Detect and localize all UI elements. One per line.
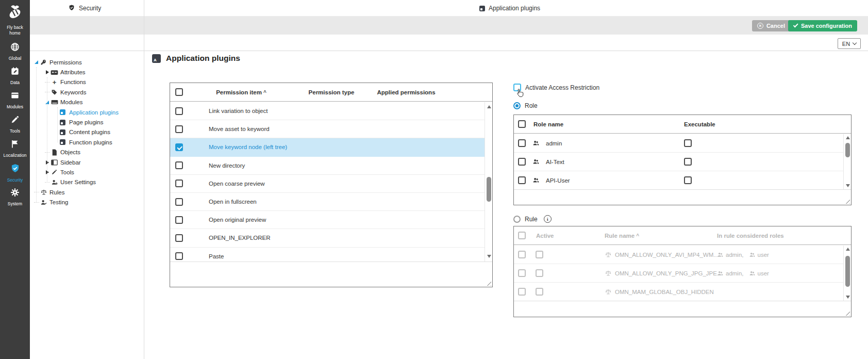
column-role-name[interactable]: Role name [533, 121, 563, 127]
table-row[interactable]: OPEN_IN_EXPLORER [170, 229, 485, 247]
select-all-checkbox[interactable] [175, 88, 183, 96]
table-row[interactable]: Open coarse preview [170, 175, 485, 193]
info-icon[interactable]: i [544, 215, 552, 223]
rail-item-security[interactable]: Security [1, 163, 29, 187]
resize-grip-icon[interactable] [485, 279, 491, 286]
row-checkbox[interactable] [175, 252, 183, 260]
select-all-checkbox[interactable] [518, 120, 526, 128]
active-checkbox[interactable] [536, 288, 543, 296]
page-title-label: Application plugins [166, 54, 240, 63]
home-logo-label: Fly back home [3, 25, 27, 36]
rail-item-modules[interactable]: Modules [1, 90, 29, 115]
vertical-scrollbar[interactable] [843, 246, 851, 301]
rule-name: OMN_ALLOW_ONLY_PNG_JPG_JPE... [615, 270, 722, 276]
role-rows: admin AI-Text [514, 134, 843, 190]
scroll-up-icon[interactable] [846, 136, 850, 139]
column-rule-name: Rule name^ [605, 233, 639, 239]
tree-item-label: Functions [60, 79, 86, 85]
select-all-checkbox[interactable] [518, 232, 526, 239]
scroll-down-icon[interactable] [487, 255, 491, 258]
scroll-up-icon[interactable] [846, 248, 850, 251]
resize-grip-icon[interactable] [843, 197, 850, 204]
table-row[interactable]: New directory [170, 157, 485, 175]
table-row[interactable]: API-User [514, 171, 843, 190]
column-active: Active [536, 233, 554, 239]
permission-label: Move keyword node (left tree) [195, 144, 287, 150]
scrollbar-thumb[interactable] [845, 143, 850, 157]
table-row[interactable]: AI-Text [514, 153, 843, 171]
tree-item-permissions[interactable]: Permissions [30, 57, 144, 67]
row-checkbox[interactable] [518, 251, 526, 258]
executable-checkbox[interactable] [684, 176, 692, 184]
scroll-down-icon[interactable] [846, 296, 850, 299]
column-executable[interactable]: Executable [684, 121, 715, 127]
column-permission-item[interactable]: Permission item^ [195, 89, 288, 95]
home-logo[interactable]: Fly back home [1, 3, 29, 36]
table-row[interactable]: Open in fullscreen [170, 193, 485, 211]
rule-name: OMN_ALLOW_ONLY_AVI_MP4_WM... [615, 252, 719, 258]
row-checkbox-checked[interactable] [175, 143, 183, 151]
active-checkbox[interactable] [536, 251, 543, 258]
table-row[interactable]: Paste [170, 248, 485, 263]
rail-item-data[interactable]: Data [1, 66, 29, 90]
sort-asc-icon: ^ [263, 90, 266, 95]
row-checkbox[interactable] [518, 288, 526, 296]
cancel-x-icon: × [757, 23, 763, 29]
active-checkbox[interactable] [536, 269, 543, 277]
executable-checkbox[interactable] [684, 158, 692, 166]
tab-security[interactable]: Security [68, 0, 101, 17]
resize-grip-icon[interactable] [843, 309, 850, 316]
row-checkbox[interactable] [175, 125, 183, 133]
scroll-down-icon[interactable] [846, 184, 850, 187]
tree-item-label: Permissions [49, 59, 82, 66]
tree-item-testing[interactable]: Testing [30, 197, 144, 207]
tree-item-label: Attributes [60, 69, 86, 75]
column-permission-type[interactable]: Permission type [288, 89, 375, 95]
row-checkbox[interactable] [175, 107, 183, 115]
panel-divider [144, 0, 144, 359]
vertical-scrollbar[interactable] [843, 134, 851, 190]
executable-checkbox[interactable] [684, 139, 692, 147]
scrollbar-thumb[interactable] [845, 256, 850, 287]
language-dropdown[interactable]: EN [838, 38, 861, 49]
role-group-icon [532, 158, 540, 165]
considered-role: admin, [726, 270, 744, 276]
scrollbar-thumb[interactable] [487, 177, 491, 202]
expand-closed-icon[interactable] [44, 70, 51, 74]
rail-item-system[interactable]: System [1, 187, 29, 211]
row-checkbox[interactable] [175, 216, 183, 224]
tree-item-attributes[interactable]: Attributes [30, 67, 144, 77]
table-row[interactable]: Move asset to keyword [170, 120, 485, 138]
cancel-button[interactable]: × Cancel [752, 20, 790, 31]
tree-item-rules[interactable]: Rules [30, 187, 144, 197]
row-checkbox[interactable] [518, 139, 526, 147]
row-checkbox[interactable] [175, 180, 183, 187]
table-row[interactable]: Link variation to object [170, 102, 485, 120]
row-checkbox[interactable] [175, 234, 183, 242]
row-checkbox[interactable] [175, 161, 183, 169]
rail-item-label: Tools [10, 128, 20, 134]
row-checkbox[interactable] [175, 198, 183, 206]
row-checkbox[interactable] [518, 176, 526, 184]
vertical-scrollbar[interactable] [485, 102, 492, 262]
table-row-selected[interactable]: Move keyword node (left tree) [170, 138, 485, 156]
column-applied-permissions[interactable]: Applied permissions [375, 89, 437, 95]
tree-guide [36, 67, 37, 202]
table-row[interactable]: admin [514, 134, 843, 153]
tab-application-plugins[interactable]: Application plugins [479, 0, 540, 17]
activate-access-restriction: Activate Access Restriction [513, 84, 599, 91]
role-radio[interactable] [513, 102, 521, 109]
rail-item-global[interactable]: Global [1, 42, 29, 66]
role-group-icon [749, 270, 756, 276]
row-checkbox[interactable] [518, 269, 526, 277]
permission-table: Permission item^ Permission type Applied… [170, 83, 493, 287]
scroll-up-icon[interactable] [487, 105, 491, 108]
permission-label: Open original preview [195, 217, 266, 223]
rule-radio[interactable] [513, 216, 521, 223]
rail-item-localization[interactable]: Localization [1, 139, 29, 163]
save-configuration-button[interactable]: Save configuration [788, 20, 857, 31]
row-checkbox[interactable] [518, 158, 526, 166]
rail-item-tools[interactable]: Tools [1, 115, 29, 139]
expand-open-icon[interactable] [33, 60, 40, 64]
table-row[interactable]: Open original preview [170, 211, 485, 229]
